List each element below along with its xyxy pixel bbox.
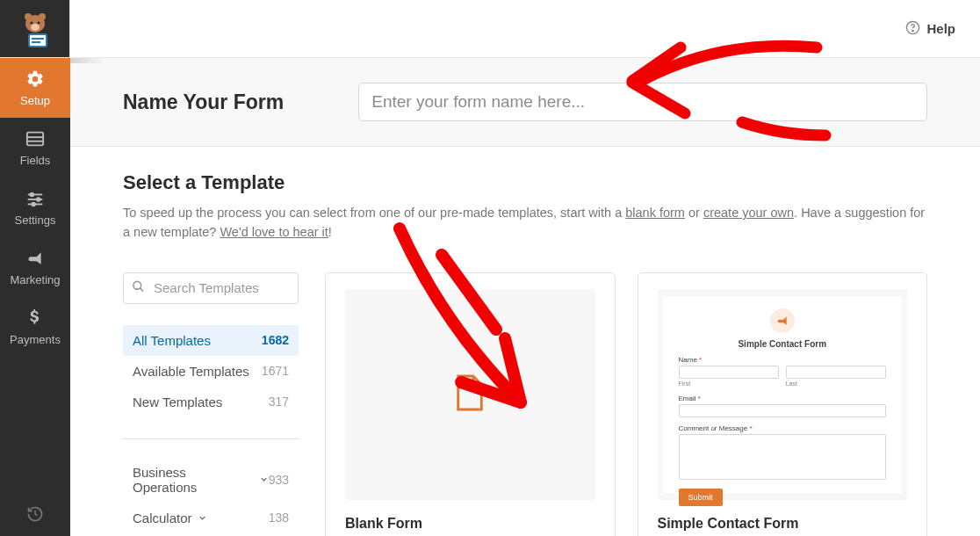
create-your-own-link[interactable]: create your own (703, 206, 794, 220)
simple-contact-form-preview: Simple Contact Form Name * FirstLast Ema… (658, 289, 908, 500)
sidebar-item-label: Payments (10, 333, 61, 346)
select-template-description: To speed up the process you can select f… (123, 203, 927, 243)
category-label: Calculator (133, 511, 192, 525)
svg-rect-6 (29, 34, 47, 47)
svg-point-17 (32, 202, 35, 206)
topbar: Help (70, 0, 980, 58)
sidebar-item-label: Fields (20, 154, 51, 167)
svg-point-15 (37, 198, 40, 201)
template-card-title: Simple Contact Form (658, 516, 908, 532)
sliders-icon (25, 189, 45, 208)
suggestion-link[interactable]: We'd love to hear it (220, 225, 328, 239)
svg-point-1 (25, 13, 32, 20)
svg-point-20 (133, 281, 141, 289)
category-all-templates[interactable]: All Templates 1682 (123, 325, 299, 356)
template-card-blank-form[interactable]: Blank Form The blank form allows you to … (325, 272, 616, 536)
help-button[interactable]: Help (905, 20, 955, 38)
category-label: New Templates (133, 395, 222, 409)
sidebar-item-fields[interactable]: Fields (0, 118, 70, 177)
category-count: 1682 (262, 333, 289, 347)
help-label: Help (926, 21, 955, 36)
svg-point-3 (30, 21, 32, 24)
chevron-down-icon (198, 511, 207, 525)
sidebar: Setup Fields Settings Marketing Payments (0, 0, 70, 536)
bullhorn-icon (25, 249, 45, 268)
sidebar-item-payments[interactable]: Payments (0, 297, 70, 357)
sidebar-item-label: Settings (15, 214, 56, 227)
svg-point-13 (31, 192, 34, 196)
category-count: 317 (269, 395, 289, 409)
category-new-templates[interactable]: New Templates 317 (123, 387, 299, 417)
scf-submit-preview: Submit (679, 489, 723, 506)
form-name-input[interactable] (358, 83, 927, 121)
sidebar-item-setup[interactable]: Setup (0, 58, 70, 118)
category-count: 933 (269, 473, 289, 487)
dollar-icon (25, 308, 45, 328)
brand-logo (0, 0, 70, 58)
bullhorn-icon (770, 308, 795, 333)
select-template-heading: Select a Template (123, 171, 927, 194)
category-count: 1671 (262, 364, 289, 378)
svg-point-2 (39, 13, 46, 20)
name-form-section: Name Your Form (70, 58, 980, 147)
help-icon (905, 20, 920, 38)
sidebar-item-settings[interactable]: Settings (0, 177, 70, 237)
sidebar-item-label: Marketing (10, 273, 60, 286)
category-calculator[interactable]: Calculator 138 (123, 503, 299, 533)
category-label: Business Operations (133, 465, 254, 495)
category-available-templates[interactable]: Available Templates 1671 (123, 356, 299, 387)
history-icon[interactable] (0, 492, 70, 536)
svg-point-5 (31, 24, 40, 31)
search-templates-input[interactable] (123, 272, 299, 304)
category-label: All Templates (133, 333, 211, 348)
sidebar-item-marketing[interactable]: Marketing (0, 237, 70, 297)
svg-line-21 (140, 288, 143, 292)
svg-rect-9 (27, 132, 43, 145)
template-card-simple-contact-form[interactable]: Simple Contact Form Name * FirstLast Ema… (638, 272, 928, 536)
category-count: 138 (269, 511, 289, 525)
sidebar-item-label: Setup (20, 94, 50, 107)
fields-icon (25, 129, 45, 148)
search-icon (132, 279, 145, 296)
category-divider (123, 438, 299, 439)
scf-preview-title: Simple Contact Form (679, 339, 887, 349)
blank-form-preview (345, 289, 595, 500)
category-business-operations[interactable]: Business Operations 933 (123, 457, 299, 503)
blank-document-icon (453, 373, 486, 416)
chevron-down-icon (259, 472, 269, 487)
category-label: Available Templates (133, 364, 249, 379)
blank-form-link[interactable]: blank form (625, 206, 685, 220)
gear-icon (25, 69, 45, 89)
svg-point-4 (37, 21, 40, 24)
svg-point-19 (912, 30, 913, 31)
template-card-title: Blank Form (345, 516, 595, 532)
name-form-label: Name Your Form (123, 91, 284, 114)
